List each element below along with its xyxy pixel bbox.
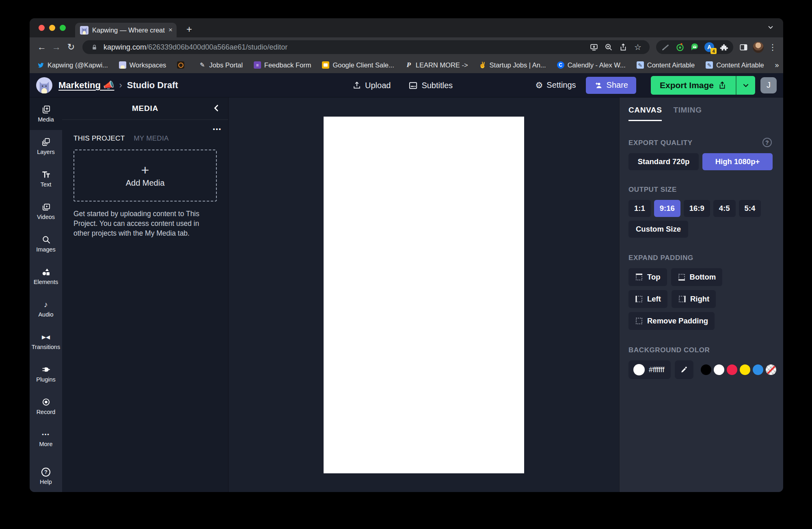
sidebar-item-label: Layers (37, 149, 55, 155)
tab-search-chevron-icon[interactable] (767, 24, 774, 33)
sidebar-item-more[interactable]: ••• More (30, 423, 62, 455)
swatch-red[interactable] (727, 364, 737, 375)
gear-icon: ⚙ (535, 80, 543, 90)
tab-this-project[interactable]: THIS PROJECT (73, 134, 125, 143)
url-bar: ← → ↻ kapwing.com/626339d06b400d00a566ae… (30, 37, 783, 57)
color-hex-button[interactable]: #ffffff (628, 360, 671, 379)
media-options-icon[interactable]: ••• (213, 126, 222, 132)
collapse-panel-icon[interactable] (212, 104, 221, 114)
breadcrumb-project-title[interactable]: Studio Draft (127, 80, 178, 91)
bookmark-item[interactable]: Workspaces (119, 61, 166, 69)
padding-left-button[interactable]: Left (628, 290, 667, 308)
swatch-black[interactable] (701, 364, 711, 375)
share-button[interactable]: Share (586, 77, 636, 94)
subtitles-button[interactable]: Subtitles (408, 81, 453, 90)
reload-icon[interactable]: ↻ (65, 41, 78, 54)
fullscreen-window-button[interactable] (60, 25, 66, 31)
help-icon: ? (41, 468, 50, 477)
side-panel-icon[interactable] (738, 42, 749, 52)
bookmark-star-icon[interactable]: ☆ (633, 42, 643, 52)
close-window-button[interactable] (39, 25, 45, 31)
browser-menu-icon[interactable]: ⋮ (768, 42, 777, 52)
browser-tab[interactable]: Kapwing — Where creators brin × (75, 23, 177, 37)
swatch-transparent[interactable] (766, 364, 776, 375)
tab-canvas[interactable]: CANVAS (628, 106, 662, 121)
back-icon[interactable]: ← (35, 41, 48, 54)
padding-right-button[interactable]: Right (672, 290, 716, 308)
sidebar-item-media[interactable]: Media (30, 98, 62, 130)
ratio-5-4-button[interactable]: 5:4 (739, 200, 761, 217)
sidebar-item-elements[interactable]: Elements (30, 260, 62, 293)
sidebar-item-videos[interactable]: Videos (30, 195, 62, 228)
sidebar-item-help[interactable]: ? Help (30, 460, 62, 492)
sidebar-item-label: Record (37, 409, 56, 415)
sidebar-item-label: Transitions (32, 344, 60, 350)
bookmark-item[interactable] (177, 61, 188, 69)
ratio-9-16-button[interactable]: 9:16 (654, 200, 680, 217)
bookmark-item[interactable]: Kapwing (@Kapwi... (37, 61, 108, 69)
tab-close-icon[interactable]: × (168, 26, 173, 34)
upload-button[interactable]: Upload (352, 81, 391, 90)
quality-help-icon[interactable]: ? (762, 138, 772, 147)
padding-bottom-label: Bottom (690, 273, 716, 282)
canvas[interactable] (324, 117, 524, 473)
chat-extension-icon[interactable] (689, 42, 700, 52)
custom-size-row: Custom Size (628, 221, 773, 238)
new-tab-button[interactable]: + (183, 23, 195, 35)
bookmark-item[interactable]: ✎ Jobs Portal (199, 61, 243, 69)
padding-bottom-button[interactable]: Bottom (671, 268, 723, 286)
puzzle-extensions-icon[interactable] (719, 42, 729, 52)
browser-profile-avatar[interactable] (753, 42, 764, 53)
sidebar-item-transitions[interactable]: ▶◀ Transitions (30, 325, 62, 358)
settings-button[interactable]: ⚙ Settings (535, 80, 576, 90)
swatch-blue[interactable] (753, 364, 763, 375)
tab-my-media[interactable]: MY MEDIA (134, 134, 168, 143)
a-extension-icon[interactable]: A 4 (704, 42, 715, 52)
target-extension-icon[interactable] (675, 42, 685, 52)
kapwing-favicon-icon (80, 26, 89, 35)
address-bar[interactable]: kapwing.com/626339d06b400d00a566ae61/stu… (82, 40, 650, 54)
swatch-white[interactable] (714, 364, 724, 375)
remove-padding-button[interactable]: Remove Padding (628, 312, 715, 330)
sidebar-item-record[interactable]: Record (30, 390, 62, 423)
sidebar-item-audio[interactable]: ♪ Audio (30, 293, 62, 325)
export-options-chevron[interactable] (736, 76, 755, 95)
user-avatar[interactable]: J (760, 77, 777, 93)
sidebar-item-layers[interactable]: Layers (30, 130, 62, 163)
toolbar-right-group: ⚙ Settings Share Export Image (535, 76, 777, 95)
share-page-icon[interactable] (618, 42, 628, 52)
tab-timing[interactable]: TIMING (673, 106, 702, 121)
bookmark-item[interactable]: P LEARN MORE -> (405, 61, 468, 69)
url-text: kapwing.com/626339d06b400d00a566ae61/stu… (104, 43, 585, 52)
add-media-dropzone[interactable]: + Add Media (73, 150, 217, 202)
sidebar-item-plugins[interactable]: Plugins (30, 358, 62, 390)
eyedropper-button[interactable] (675, 360, 693, 379)
quality-high-button[interactable]: High 1080p+ (702, 153, 773, 170)
quality-standard-button[interactable]: Standard 720p (628, 153, 699, 170)
padding-top-button[interactable]: Top (628, 268, 667, 286)
ratio-16-9-button[interactable]: 16:9 (684, 200, 710, 217)
kapwing-logo[interactable] (36, 77, 52, 93)
zoom-page-icon[interactable] (603, 42, 614, 52)
sidebar-item-text[interactable]: Text (30, 163, 62, 195)
bookmark-item[interactable]: C Calendly - Alex W... (557, 61, 626, 69)
install-app-icon[interactable] (589, 42, 599, 52)
bookmark-item[interactable]: ✎ Content Airtable (637, 61, 695, 69)
bookmarks-overflow-icon[interactable]: » (775, 61, 779, 69)
custom-size-button[interactable]: Custom Size (628, 221, 688, 238)
ratio-1-1-button[interactable]: 1:1 (628, 200, 651, 217)
minimize-window-button[interactable] (49, 25, 55, 31)
eyedropper-icon (680, 366, 688, 374)
bookmark-item[interactable]: ✌ Startup Jobs | An... (479, 61, 546, 69)
sidebar-item-images[interactable]: Images (30, 228, 62, 260)
export-image-button[interactable]: Export Image (651, 76, 736, 95)
breadcrumb-workspace-link[interactable]: Marketing 📣 (58, 80, 114, 91)
color-hex-value: #ffffff (649, 366, 664, 374)
ratio-4-5-button[interactable]: 4:5 (713, 200, 736, 217)
swatch-yellow[interactable] (740, 364, 750, 375)
forward-icon[interactable]: → (50, 41, 63, 54)
bookmark-item[interactable]: ✎ Content Airtable (706, 61, 764, 69)
pencil-extension-icon[interactable] (660, 42, 671, 52)
bookmark-item[interactable]: ≡ Feedback Form (254, 61, 311, 69)
bookmark-item[interactable]: Google Client Sale... (322, 61, 394, 69)
